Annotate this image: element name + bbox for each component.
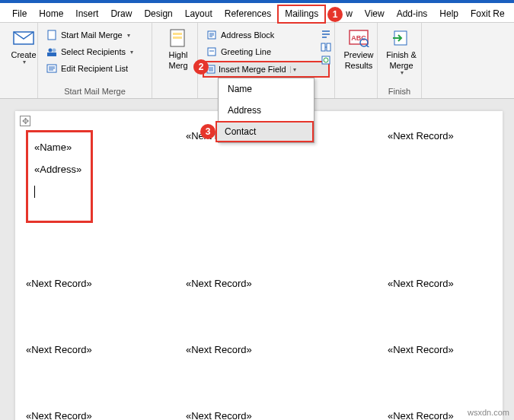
svg-rect-8 [173,37,182,39]
greeting-label: Greeting Line [221,47,271,56]
chevron-down-icon[interactable]: ▾ [290,66,299,73]
group-finish: Finish [382,85,417,98]
greeting-icon [206,46,218,58]
address-block-icon [206,29,218,41]
tab-design[interactable]: Design [138,6,178,22]
label-cell[interactable]: «Next Record» [388,130,492,223]
label-cell[interactable]: «Next Record» [186,410,388,420]
document-area: ✥ «Name» «Address» «Next Record» «Next R… [0,99,514,420]
page-icon [46,29,58,41]
insert-merge-field-button[interactable]: Insert Merge Field ▾ [203,61,330,78]
tab-home[interactable]: Home [33,6,69,22]
svg-rect-4 [47,52,56,56]
label-cell[interactable]: «Next Record» [388,344,492,355]
merge-field-name: «Name» [34,137,85,159]
tab-file[interactable]: File [6,6,33,22]
create-button[interactable]: Create ▾ [5,24,43,66]
address-block-label: Address Block [221,30,274,40]
merge-field-address: «Address» [34,159,85,181]
rules-icon[interactable] [321,29,331,40]
tab-addins[interactable]: Add-ins [391,6,434,22]
label-cell[interactable]: «Next Record» [26,344,186,355]
menu-item-contact[interactable]: Contact [215,121,314,142]
label-cell[interactable]: «Next Record» [186,278,388,289]
address-block-button[interactable]: Address Block [203,27,330,43]
insert-merge-field-menu: Name Address 3 Contact [218,78,314,143]
chevron-down-icon: ▾ [23,59,26,66]
ribbon-tabs: File Home Insert Draw Design Layout Refe… [0,3,514,23]
tab-view[interactable]: View [359,6,391,22]
svg-rect-7 [173,33,182,35]
svg-text:ABC: ABC [351,34,366,42]
label-cell[interactable]: «Next Record» [26,278,186,289]
callout-1: 1 [327,7,343,22]
label-cell-1[interactable]: «Name» «Address» [26,130,93,223]
tab-references[interactable]: References [219,6,277,22]
tab-insert[interactable]: Insert [69,6,104,22]
tab-layout[interactable]: Layout [179,6,219,22]
svg-point-3 [53,49,56,52]
update-labels-icon[interactable] [321,55,331,65]
start-mail-merge-label: Start Mail Merge [61,30,123,40]
watermark: wsxdn.com [468,408,509,417]
label-cell[interactable]: «Next Record» [26,410,186,420]
menu-item-address[interactable]: Address [219,100,314,121]
match-fields-icon[interactable] [321,42,331,52]
tab-foxit[interactable]: Foxit Re [465,6,511,22]
greeting-line-button[interactable]: Greeting Line [203,44,330,59]
select-recipients-button[interactable]: Select Recipients▾ [43,44,147,59]
callout-2: 2 [193,59,209,75]
svg-rect-1 [48,30,56,40]
table-anchor-icon[interactable]: ✥ [20,116,30,126]
tab-review-partial[interactable]: w [343,6,359,22]
envelope-icon [12,27,35,49]
highlight-icon [167,27,190,49]
menu-item-name[interactable]: Name [219,78,314,100]
group-start-mail-merge: Start Mail Merge [43,85,147,98]
list-edit-icon [46,62,58,75]
start-mail-merge-button[interactable]: Start Mail Merge▾ [43,27,147,43]
text-cursor [34,186,35,198]
edit-recipient-list-button[interactable]: Edit Recipient List [43,61,147,76]
page[interactable]: ✥ «Name» «Address» «Next Record» «Next R… [15,111,503,420]
svg-rect-12 [321,43,325,51]
svg-rect-10 [208,48,215,56]
tab-mailings[interactable]: Mailings [277,5,326,24]
svg-rect-13 [327,43,330,51]
label-cell[interactable]: «Next Record» [388,278,492,289]
insert-merge-field-label: Insert Merge Field [219,65,286,74]
highlight-merge-fields-button[interactable]: Highl Merg [157,24,200,70]
tab-draw[interactable]: Draw [104,6,138,22]
callout-3: 3 [200,124,215,139]
edit-recipient-label: Edit Recipient List [61,64,128,73]
preview-results-button[interactable]: ABC Preview Results [340,24,378,70]
tab-help[interactable]: Help [433,6,465,22]
label-cell[interactable]: «Next Record» [186,130,388,223]
label-cell[interactable]: «Next Record» [186,344,388,355]
people-icon [46,46,58,58]
finish-merge-button[interactable]: Finish & Merge ▾ [382,24,420,77]
finish-icon [390,27,413,49]
select-recipients-label: Select Recipients [61,47,126,56]
preview-icon: ABC [347,27,370,49]
svg-point-2 [49,49,53,52]
